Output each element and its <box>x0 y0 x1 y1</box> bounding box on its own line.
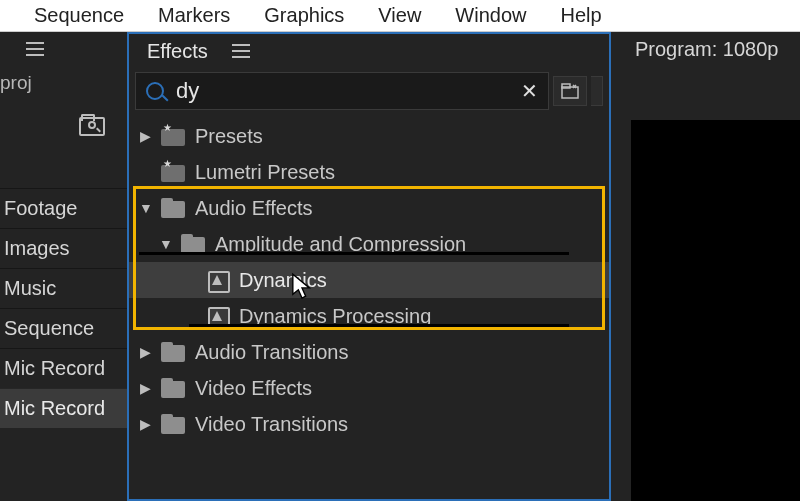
svg-rect-1 <box>562 84 570 88</box>
preset-folder-icon <box>161 162 185 182</box>
tree-video-effects[interactable]: Video Effects <box>129 370 609 406</box>
tree-label: Video Transitions <box>195 413 348 436</box>
effect-icon <box>205 270 229 290</box>
effects-search-value: dy <box>176 78 199 104</box>
folder-icon <box>161 342 185 362</box>
tree-audio-transitions[interactable]: Audio Transitions <box>129 334 609 370</box>
tree-label: Presets <box>195 125 263 148</box>
folder-icon <box>161 378 185 398</box>
chevron-down-icon[interactable] <box>159 236 171 252</box>
app-menubar: Sequence Markers Graphics View Window He… <box>0 0 800 32</box>
annotation-underline <box>139 252 569 255</box>
tree-label: Lumetri Presets <box>195 161 335 184</box>
menu-help[interactable]: Help <box>560 4 601 27</box>
menu-markers[interactable]: Markers <box>158 4 230 27</box>
tree-lumetri[interactable]: Lumetri Presets <box>129 154 609 190</box>
annotation-underline <box>189 324 569 327</box>
tree-dynamics-processing[interactable]: Dynamics Processing <box>129 298 609 334</box>
tree-label: Video Effects <box>195 377 312 400</box>
effects-tree: Presets Lumetri Presets Audio Effects Am… <box>129 114 609 499</box>
panel-menu-icon[interactable] <box>26 42 44 56</box>
program-panel: Program: 1080p <box>611 32 800 501</box>
tree-audio-effects[interactable]: Audio Effects <box>129 190 609 226</box>
tree-amp-compression[interactable]: Amplitude and Compression <box>129 226 609 262</box>
find-folder-icon[interactable] <box>79 114 101 132</box>
clear-search-icon[interactable]: ✕ <box>521 79 538 103</box>
folder-icon <box>181 234 205 254</box>
folder-icon <box>161 198 185 218</box>
menu-sequence[interactable]: Sequence <box>34 4 124 27</box>
new-bin-icon[interactable] <box>553 76 587 106</box>
chevron-right-icon[interactable] <box>139 128 151 144</box>
effects-search-box[interactable]: dy ✕ <box>135 72 549 110</box>
menu-view[interactable]: View <box>378 4 421 27</box>
search-icon <box>146 82 164 100</box>
chevron-right-icon[interactable] <box>139 344 151 360</box>
project-name-label: proj <box>0 66 127 98</box>
bin-item-music[interactable]: Music <box>0 268 127 308</box>
chevron-down-icon[interactable] <box>139 200 151 216</box>
menu-window[interactable]: Window <box>455 4 526 27</box>
tree-presets[interactable]: Presets <box>129 118 609 154</box>
program-title: Program: 1080p <box>635 38 778 61</box>
tree-video-transitions[interactable]: Video Transitions <box>129 406 609 442</box>
bin-item-mic-2[interactable]: Mic Record <box>0 388 127 428</box>
tree-label: Dynamics <box>239 269 327 292</box>
bin-item-sequence[interactable]: Sequence <box>0 308 127 348</box>
project-panel: proj Footage Images Music Sequence Mic R… <box>0 32 127 501</box>
panel-title: Effects <box>147 40 208 63</box>
program-monitor[interactable] <box>631 120 800 501</box>
bin-item-mic-1[interactable]: Mic Record <box>0 348 127 388</box>
tree-label: Audio Transitions <box>195 341 348 364</box>
preset-folder-icon <box>161 126 185 146</box>
tree-label: Audio Effects <box>195 197 312 220</box>
tree-dynamics[interactable]: Dynamics <box>129 262 609 298</box>
effects-panel: Effects dy ✕ Presets Lumetri P <box>127 32 611 501</box>
menu-graphics[interactable]: Graphics <box>264 4 344 27</box>
filter-icon[interactable] <box>591 76 603 106</box>
folder-icon <box>161 414 185 434</box>
effects-panel-menu-icon[interactable] <box>232 44 250 58</box>
bin-item-footage[interactable]: Footage <box>0 188 127 228</box>
effect-icon <box>205 306 229 326</box>
chevron-right-icon[interactable] <box>139 380 151 396</box>
chevron-right-icon[interactable] <box>139 416 151 432</box>
bin-item-images[interactable]: Images <box>0 228 127 268</box>
